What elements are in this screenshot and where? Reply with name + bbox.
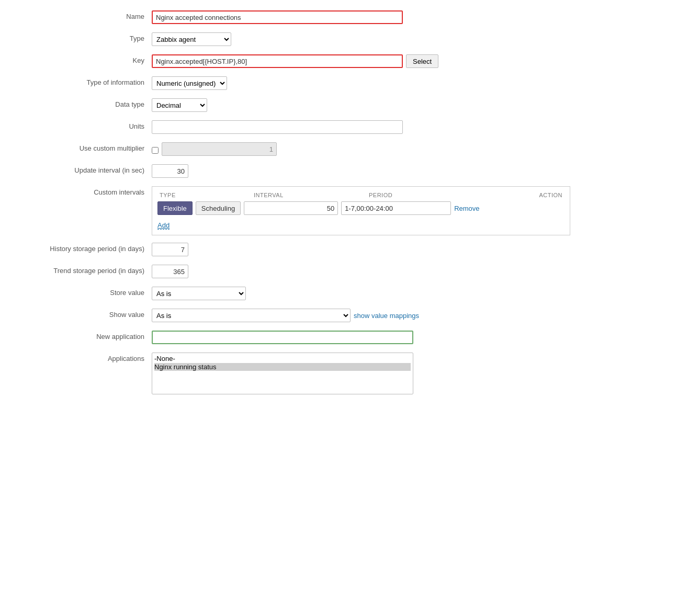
add-link[interactable]: Add — [157, 221, 170, 230]
remove-link[interactable]: Remove — [454, 205, 479, 212]
name-control — [152, 10, 684, 24]
period-value-input[interactable] — [341, 201, 451, 215]
app-option-nginx[interactable]: Nginx running status — [154, 363, 411, 371]
custom-intervals-label: Custom intervals — [16, 186, 152, 196]
multiplier-value-input — [162, 142, 277, 156]
applications-control: -None- Nginx running status — [152, 353, 684, 394]
multiplier-label: Use custom multiplier — [16, 142, 152, 152]
history-storage-control — [152, 243, 684, 256]
type-select[interactable]: Zabbix agent Zabbix agent (active) Simpl… — [152, 32, 231, 46]
interval-value-input[interactable] — [244, 201, 338, 215]
intervals-box: TYPE INTERVAL PERIOD ACTION Flexible Sch… — [152, 186, 570, 235]
store-value-select[interactable]: As is Delta (speed per second) Delta (si… — [152, 287, 246, 300]
update-interval-input[interactable] — [152, 164, 188, 178]
type-of-info-row: Type of information Numeric (unsigned) N… — [16, 76, 684, 91]
key-label: Key — [16, 54, 152, 64]
type-label: Type — [16, 32, 152, 42]
key-select-button[interactable]: Select — [406, 54, 438, 68]
key-input[interactable] — [152, 54, 403, 68]
data-type-label: Data type — [16, 98, 152, 108]
new-application-label: New application — [16, 331, 152, 341]
name-input[interactable] — [152, 10, 403, 24]
type-row: Type Zabbix agent Zabbix agent (active) … — [16, 32, 684, 47]
type-control: Zabbix agent Zabbix agent (active) Simpl… — [152, 32, 684, 46]
interval-row-1: Flexible Scheduling Remove — [157, 201, 564, 215]
header-period: PERIOD — [369, 192, 484, 198]
multiplier-checkbox[interactable] — [152, 147, 159, 154]
units-input[interactable] — [152, 120, 403, 134]
update-interval-label: Update interval (in sec) — [16, 164, 152, 174]
new-application-control — [152, 331, 684, 344]
applications-label: Applications — [16, 353, 152, 362]
applications-row: Applications -None- Nginx running status — [16, 353, 684, 394]
intervals-header: TYPE INTERVAL PERIOD ACTION — [157, 192, 564, 198]
header-action: ACTION — [484, 192, 562, 198]
type-of-info-label: Type of information — [16, 76, 152, 86]
header-type: TYPE — [160, 192, 254, 198]
units-label: Units — [16, 120, 152, 130]
custom-intervals-control: TYPE INTERVAL PERIOD ACTION Flexible Sch… — [152, 186, 684, 235]
name-row: Name — [16, 10, 684, 25]
show-value-label: Show value — [16, 309, 152, 319]
show-value-mappings-link[interactable]: show value mappings — [354, 312, 419, 320]
add-row: Add — [157, 219, 564, 230]
key-control: Select — [152, 54, 684, 68]
update-interval-control — [152, 164, 684, 178]
history-storage-input[interactable] — [152, 243, 188, 256]
type-of-info-select[interactable]: Numeric (unsigned) Numeric (float) Chara… — [152, 76, 227, 90]
history-storage-row: History storage period (in days) — [16, 243, 684, 257]
units-control — [152, 120, 684, 134]
trend-storage-control — [152, 265, 684, 278]
store-value-row: Store value As is Delta (speed per secon… — [16, 287, 684, 301]
multiplier-control — [152, 142, 684, 156]
history-storage-label: History storage period (in days) — [16, 243, 152, 253]
show-value-select[interactable]: As is — [152, 309, 351, 322]
multiplier-row: Use custom multiplier — [16, 142, 684, 157]
show-value-control: As is show value mappings — [152, 309, 684, 322]
trend-storage-input[interactable] — [152, 265, 188, 278]
scheduling-button[interactable]: Scheduling — [196, 201, 241, 215]
new-application-row: New application — [16, 331, 684, 345]
data-type-row: Data type Decimal Octal Hexadecimal Bool… — [16, 98, 684, 113]
type-of-info-control: Numeric (unsigned) Numeric (float) Chara… — [152, 76, 684, 90]
flexible-button[interactable]: Flexible — [157, 201, 193, 215]
data-type-select[interactable]: Decimal Octal Hexadecimal Boolean — [152, 98, 207, 112]
key-row: Key Select — [16, 54, 684, 69]
trend-storage-label: Trend storage period (in days) — [16, 265, 152, 275]
show-value-row: Show value As is show value mappings — [16, 309, 684, 323]
custom-intervals-row: Custom intervals TYPE INTERVAL PERIOD AC… — [16, 186, 684, 235]
store-value-label: Store value — [16, 287, 152, 297]
applications-listbox[interactable]: -None- Nginx running status — [152, 353, 413, 394]
update-interval-row: Update interval (in sec) — [16, 164, 684, 179]
store-value-control: As is Delta (speed per second) Delta (si… — [152, 287, 684, 300]
name-label: Name — [16, 10, 152, 20]
trend-storage-row: Trend storage period (in days) — [16, 265, 684, 279]
header-interval: INTERVAL — [254, 192, 369, 198]
units-row: Units — [16, 120, 684, 135]
app-option-none[interactable]: -None- — [154, 355, 411, 363]
data-type-control: Decimal Octal Hexadecimal Boolean — [152, 98, 684, 112]
new-application-input[interactable] — [152, 331, 413, 344]
